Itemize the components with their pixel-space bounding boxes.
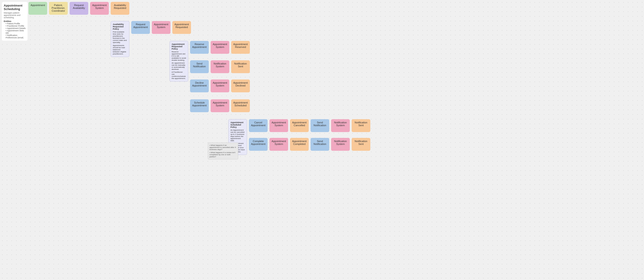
sidebar-entities-label: Entities xyxy=(4,20,26,23)
request-appointment-card[interactable]: Request Appointment xyxy=(131,21,150,34)
appointment-system-1-card[interactable]: Appointment System xyxy=(90,2,109,15)
request-availability-card[interactable]: Request Availability xyxy=(70,2,88,15)
sidebar-entity-5: • Notification Preferences (email, xyxy=(4,34,26,39)
appointment-requested-policy-card: Appointment Requested Policy Reserve app… xyxy=(170,41,188,82)
send-notification-3-card[interactable]: Send Notification xyxy=(310,138,329,151)
notification-system-1-card[interactable]: Notification System xyxy=(210,60,229,73)
notification-sent-2-card[interactable]: Notification Sent xyxy=(352,119,370,132)
send-notification-2-card[interactable]: Send Notification xyxy=(310,119,329,132)
notification-system-2-card[interactable]: Notification System xyxy=(331,119,350,132)
decline-appointment-card[interactable]: Decline Appointment xyxy=(190,80,209,92)
appointment-system-4-card[interactable]: Appointment System xyxy=(210,80,229,92)
availability-requested-policy-card: Availability Requested Policy Find avail… xyxy=(111,21,129,57)
appointment-requested-card[interactable]: Appointment Requested xyxy=(172,21,191,34)
notification-system-3-card[interactable]: Notification System xyxy=(331,138,350,151)
notification-sent-3-card[interactable]: Notification Sent xyxy=(352,138,370,151)
reserve-appointment-card[interactable]: Reserve Appointment xyxy=(190,41,209,54)
appointment-reserved-card[interactable]: Appointment Reserved xyxy=(231,41,250,54)
appointment-system-5-card[interactable]: Appointment System xyxy=(210,99,229,112)
cancel-appointment-card[interactable]: Cancel Appointment xyxy=(249,119,268,132)
sidebar-entity-4: • Appointment Slots (id) xyxy=(4,30,26,34)
appointment-system-3-card[interactable]: Appointment System xyxy=(210,41,229,54)
sidebar-title: Appointment Scheduling xyxy=(4,4,26,11)
appointment-cancelled-card[interactable]: Appointment Cancelled xyxy=(290,119,309,132)
schedule-appointment-card[interactable]: Schedule Appointment xyxy=(190,99,209,112)
tooltip: • What happens if an appointment is canc… xyxy=(208,143,238,159)
sidebar-entity-3: • Appointment Details xyxy=(4,27,26,30)
notification-sent-1-card[interactable]: Notification Sent xyxy=(231,60,250,73)
appointment-scheduled-card[interactable]: Appointment Scheduled xyxy=(231,99,250,112)
availability-requested-card[interactable]: Availability Requested xyxy=(111,2,129,15)
send-notification-1-card[interactable]: Send Notification xyxy=(190,60,209,73)
appointment-system-7-card[interactable]: Appointment System xyxy=(270,138,288,151)
patient-practitioner-coordinator-card[interactable]: Patient, Practitioner, Coordinator xyxy=(49,2,68,15)
appointment-system-2-card[interactable]: Appointment System xyxy=(152,21,170,34)
sidebar-entity-2: • Practitioner Profile xyxy=(4,25,26,27)
sidebar: Appointment Scheduling Manages patient a… xyxy=(2,2,28,41)
appointment-system-6-card[interactable]: Appointment System xyxy=(270,119,288,132)
sidebar-subtitle: Manages patient appointments and schedul… xyxy=(4,12,26,19)
appointment-completed-card[interactable]: Appointment Completed xyxy=(290,138,309,151)
appointment-declined-card[interactable]: Appointment Declined xyxy=(231,80,250,92)
sidebar-entity-1: • Patient Profile xyxy=(4,23,26,25)
appointment-card[interactable]: Appointment xyxy=(28,2,47,15)
complete-appointment-card[interactable]: Complete Appointment xyxy=(249,138,268,151)
